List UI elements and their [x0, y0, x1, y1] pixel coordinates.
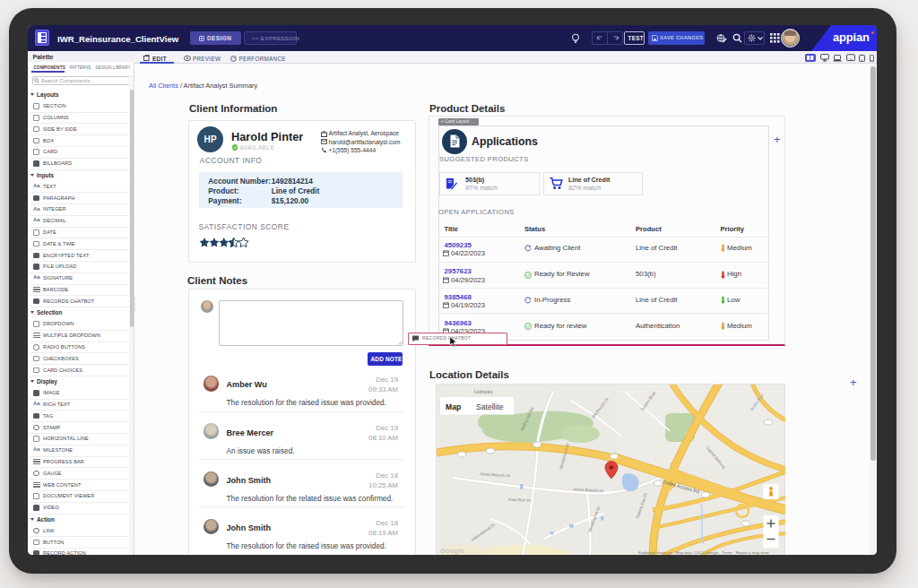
- svg-text:Keyboard shortcuts Map data: Keyboard shortcuts Map data ©2023 Google…: [638, 549, 769, 554]
- svg-text:Udricks: Udricks: [474, 388, 493, 394]
- svg-text:Satellite: Satellite: [476, 402, 504, 411]
- svg-text:Google: Google: [440, 547, 465, 555]
- svg-text:Map: Map: [446, 402, 461, 411]
- svg-text:Park Run Dr: Park Run Dr: [508, 497, 532, 503]
